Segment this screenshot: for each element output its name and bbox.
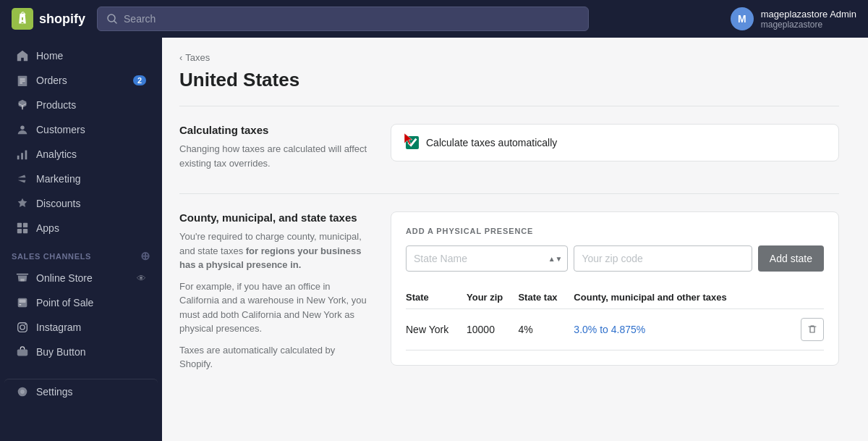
sidebar-item-customers[interactable]: Customers [4,117,158,142]
presence-table-body: New York 10000 4% 3.0% to 4.875% [406,309,824,350]
sidebar-item-label: Customers [36,124,85,135]
svg-rect-8 [17,156,20,159]
breadcrumb[interactable]: ‹ Taxes [179,52,839,63]
svg-rect-9 [21,153,23,159]
title-divider [179,106,839,106]
sidebar-item-label: Point of Sale [36,297,93,308]
home-icon [16,49,29,62]
calculating-taxes-desc-text: Changing how taxes are calculated will a… [179,142,367,170]
county-taxes-section: County, municipal, and state taxes You'r… [179,211,839,371]
col-actions [791,286,824,309]
sidebar-item-label: Apps [36,222,59,234]
main-content: ‹ Taxes United States Calculating taxes … [162,38,868,441]
topbar-right: M mageplazastore Admin mageplazastore [731,7,856,30]
svg-point-23 [20,390,24,393]
sidebar-item-instagram[interactable]: Instagram [4,315,158,340]
add-presence-form: State Name Alabama Alaska Arizona Califo… [406,245,824,272]
table-row: New York 10000 4% 3.0% to 4.875% [406,309,824,350]
products-icon [16,98,29,112]
sidebar: Home Orders 2 Products Customers Analyti… [0,38,162,441]
svg-rect-13 [17,229,22,233]
discounts-icon [16,197,29,210]
sidebar-item-marketing[interactable]: Marketing [4,167,158,191]
sidebar-item-label: Settings [36,386,73,398]
row-zip: 10000 [467,309,518,350]
county-taxes-heading: County, municipal, and state taxes [179,211,367,224]
sidebar-item-discounts[interactable]: Discounts [4,191,158,216]
row-county-link-cell: 3.0% to 4.875% [574,309,791,350]
sidebar-item-apps[interactable]: Apps [4,216,158,240]
sidebar-item-label: Instagram [36,322,81,333]
sidebar-item-home[interactable]: Home [4,43,158,68]
avatar[interactable]: M [731,7,754,30]
svg-rect-15 [20,279,24,282]
svg-point-21 [25,324,26,325]
logo[interactable]: shopify [12,8,85,30]
customers-icon [16,123,29,136]
calculating-taxes-heading: Calculating taxes [179,124,367,136]
svg-rect-22 [17,349,27,356]
svg-point-7 [20,126,24,130]
add-state-button[interactable]: Add state [758,245,824,272]
svg-rect-0 [12,8,33,30]
county-taxes-desc: You're required to charge county, munici… [179,230,367,272]
search-icon [106,13,118,25]
sidebar-item-analytics[interactable]: Analytics [4,142,158,167]
orders-icon [16,74,29,87]
sidebar-item-products[interactable]: Products [4,93,158,117]
eye-icon[interactable]: 👁 [137,273,146,284]
calculating-taxes-card: Calculate taxes automatically [391,124,839,161]
sidebar-item-label: Products [36,99,76,111]
sidebar-item-label: Buy Button [36,346,86,358]
col-state-tax: State tax [518,286,574,309]
sidebar-item-label: Online Store [36,272,93,284]
add-channel-icon[interactable]: ⊕ [140,249,150,263]
col-county-tax: County, municipal and other taxes [574,286,791,309]
sidebar-item-online-store[interactable]: Online Store 👁 [4,266,158,290]
delete-row-button[interactable] [801,318,824,341]
user-name: mageplazastore Admin [761,9,856,20]
state-select-wrapper: State Name Alabama Alaska Arizona Califo… [406,245,568,272]
section-divider [179,193,839,194]
auto-calculate-row: Calculate taxes automatically [406,136,824,149]
row-state-tax: 4% [518,309,574,350]
auto-calculate-checkbox[interactable] [406,136,419,149]
pos-icon [16,296,29,309]
sidebar-item-label: Home [36,50,63,62]
zip-code-input[interactable] [574,245,752,272]
county-tax-link[interactable]: 3.0% to 4.875% [574,324,645,335]
sidebar-item-buy-button[interactable]: Buy Button [4,340,158,364]
county-taxes-auto: Taxes are automatically calculated by Sh… [179,343,367,371]
col-zip: Your zip [467,286,518,309]
svg-rect-10 [25,151,27,160]
calculating-taxes-description: Calculating taxes Changing how taxes are… [179,124,367,170]
physical-presence-card: ADD A PHYSICAL PRESENCE State Name Alaba… [391,211,839,366]
sidebar-item-label: Marketing [36,173,80,185]
svg-rect-17 [20,300,26,303]
sidebar-item-label: Discounts [36,198,80,209]
marketing-icon [16,172,29,185]
sales-channels-label: SALES CHANNELS [12,252,91,261]
sidebar-item-settings[interactable]: Settings [4,379,158,404]
apps-icon [16,222,29,235]
sidebar-item-orders[interactable]: Orders 2 [4,68,158,93]
user-info: mageplazastore Admin mageplazastore [761,9,856,30]
buy-icon [16,345,29,358]
breadcrumb-label: Taxes [185,52,210,63]
topbar: shopify M mageplazastore Admin mageplaza… [0,0,868,38]
user-store: mageplazastore [761,20,856,30]
search-input[interactable] [124,13,579,25]
sales-channels-section: SALES CHANNELS ⊕ [0,240,162,266]
row-state: New York [406,309,467,350]
sidebar-item-pos[interactable]: Point of Sale [4,290,158,315]
presence-table-header: State Your zip State tax County, municip… [406,286,824,309]
analytics-icon [16,148,29,161]
page-title: United States [179,69,839,91]
county-taxes-example: For example, if you have an office in Ca… [179,280,367,336]
search-bar[interactable] [97,7,589,31]
trash-icon [807,324,817,335]
orders-badge: 2 [133,75,146,85]
row-actions-cell [791,309,824,350]
sidebar-item-label: Orders [36,75,67,86]
state-name-select[interactable]: State Name Alabama Alaska Arizona Califo… [406,245,568,272]
